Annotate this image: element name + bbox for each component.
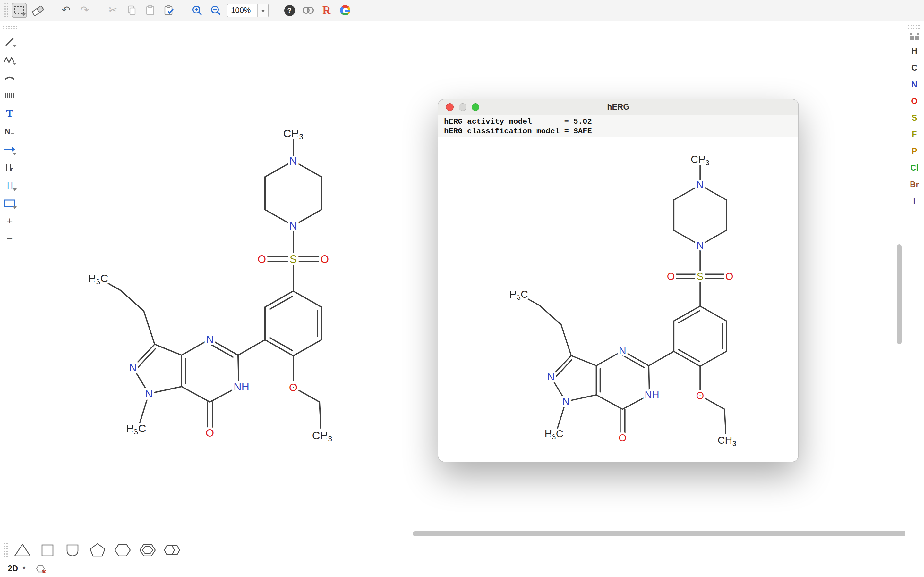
chain-tool[interactable] [2,52,17,67]
vertical-scrollbar[interactable] [897,244,901,344]
cut-button[interactable]: ✂ [105,3,121,18]
paste-icon [144,5,156,16]
r-logo-icon: R [322,5,331,16]
check-structure-button[interactable] [161,3,176,18]
marvin-sketch-app: CH3 N N S O O O CH3 N NH O N N H3C H3C [0,0,924,577]
toolbar-grip[interactable] [3,25,17,29]
google-search-button[interactable] [338,3,353,18]
redo-icon: ↷ [81,5,89,15]
arc-icon [4,74,15,81]
element-Br[interactable]: Br [907,179,922,190]
bracket-n-icon: [ ] [6,162,11,172]
sildenafil-structure-window [509,153,736,447]
template-cyclopentane[interactable] [87,541,108,559]
bond-tool[interactable] [2,34,17,49]
template-cyclopentane-envelope[interactable] [62,541,83,559]
template-toolbar [0,540,924,560]
undo-icon: ↶ [62,5,71,15]
periodic-table-button[interactable] [907,30,922,43]
check-structure-icon [163,5,175,16]
benzene-ring-icon [139,542,157,558]
template-naphthalene[interactable] [162,541,183,559]
zoom-in-button[interactable] [189,3,205,18]
element-P[interactable]: P [907,145,922,157]
herg-results-window: hERG hERG activity model = 5.02 hERG cla… [438,99,798,462]
help-button[interactable]: ? [282,3,297,18]
statusbar: 2D * [0,560,924,577]
element-F[interactable]: F [907,129,922,140]
traffic-lights [438,103,479,111]
hexagon-ring-icon [113,542,132,558]
herg-results-panel: hERG activity model = 5.02 hERG classifi… [438,115,798,137]
maximize-button[interactable] [472,103,479,111]
eraser-tool[interactable] [30,3,45,18]
pentagon-ring-icon [89,542,107,558]
toolbar-grip[interactable] [907,24,921,29]
element-H[interactable]: H [907,45,922,57]
arrow-tool[interactable] [2,142,17,156]
element-I[interactable]: I [907,195,922,207]
shape-tool[interactable] [2,195,17,210]
element-S[interactable]: S [907,112,922,124]
round-bottom-ring-icon [63,542,81,558]
arc-tool[interactable] [2,70,17,85]
template-cyclopropane[interactable] [12,541,33,559]
zoom-out-button[interactable] [208,3,223,18]
close-button[interactable] [446,103,454,111]
undo-button[interactable]: ↶ [58,3,74,18]
template-cyclobutane[interactable] [37,541,58,559]
element-palette: H C N O S F P Cl Br I [905,21,924,540]
square-ring-icon [39,542,57,558]
dimension-mode-indicator[interactable]: 2D [8,564,18,573]
minus-icon: − [7,233,13,245]
link-rings-button[interactable] [300,3,316,18]
herg-classification-line: hERG classification model = SAFE [444,127,792,136]
bracket-icon: [ ] [7,180,12,190]
zoom-dropdown-caret[interactable] [257,4,268,16]
text-tool-icon: T [6,107,13,119]
linked-rings-icon [301,6,315,15]
decrease-charge-button[interactable]: − [2,231,17,246]
element-C[interactable]: C [907,62,922,74]
text-tool[interactable]: T [2,106,17,121]
element-N[interactable]: N [907,79,922,90]
zoom-level-select[interactable]: 100% [226,3,269,17]
top-toolbar: ↶ ↷ ✂ 100% ? R [0,0,924,21]
label-lines-icon [10,127,15,135]
template-benzene[interactable] [137,541,158,559]
clean-structure-icon[interactable] [35,564,47,574]
template-cyclohexane[interactable] [112,541,133,559]
increase-charge-button[interactable]: + [2,213,17,228]
left-toolbar: T N [ ]n [ ] + − [0,21,19,540]
atom-label-tool[interactable]: N [2,124,17,139]
fused-rings-icon [162,542,183,558]
zoom-in-icon [191,5,203,16]
bracket-tool[interactable]: [ ] [2,177,17,192]
repeating-group-tool[interactable]: [ ]n [2,160,17,174]
copy-button[interactable] [124,3,139,18]
zoom-out-icon [210,5,221,16]
herg-activity-line: hERG activity model = 5.02 [444,117,792,127]
window-title: hERG [438,103,798,111]
periodic-table-icon [909,32,919,41]
element-O[interactable]: O [907,95,922,107]
r-service-button[interactable]: R [319,3,334,18]
element-Cl[interactable]: Cl [907,162,922,174]
eraser-icon [31,5,44,16]
comb-lines-icon [4,91,15,100]
horizontal-scrollbar[interactable] [413,532,907,536]
paste-button[interactable] [142,3,158,18]
sildenafil-structure-canvas[interactable] [88,127,332,443]
single-bond-icon [4,35,15,47]
plus-icon: + [7,215,13,227]
toolbar-grip[interactable] [3,542,8,558]
toolbar-grip[interactable] [4,3,8,18]
minimize-button[interactable] [459,103,467,111]
google-logo-icon [340,5,351,15]
redo-button[interactable]: ↷ [77,3,92,18]
zoom-level-value: 100% [227,6,257,15]
rectangle-selection-tool[interactable] [11,3,27,18]
window-titlebar[interactable]: hERG [438,99,798,115]
triangle-ring-icon [13,542,31,558]
multi-bond-tool[interactable] [2,88,17,103]
